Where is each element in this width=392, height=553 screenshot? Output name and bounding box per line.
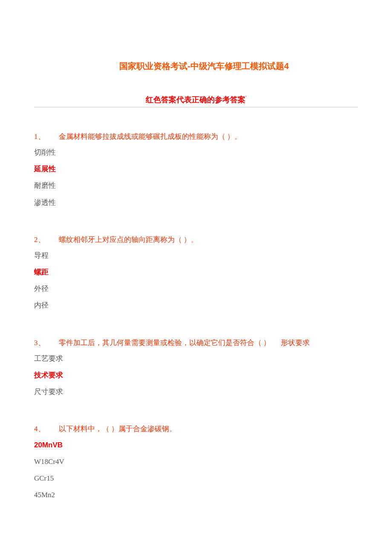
question-text: 3、零件加工后，其几何量需要测量或检验，以确定它们是否符合（ ）形状要求: [34, 337, 358, 349]
option: 耐磨性: [34, 180, 358, 191]
question-block: 3、零件加工后，其几何量需要测量或检验，以确定它们是否符合（ ）形状要求 工艺要…: [34, 337, 358, 398]
option: 导程: [34, 250, 358, 261]
subtitle: 红色答案代表正确的参考答案: [146, 95, 245, 104]
option: W18Cr4V: [34, 456, 358, 467]
question-body: 零件加工后，其几何量需要测量或检验，以确定它们是否符合（ ）: [59, 339, 271, 347]
option: 工艺要求: [34, 353, 358, 364]
question-text: 2、螺纹相邻牙上对应点的轴向距离称为（ ）。: [34, 234, 358, 245]
question-number: 4、: [34, 423, 45, 435]
option-correct: 技术要求: [34, 369, 358, 381]
option: 内径: [34, 300, 358, 311]
option-correct: 螺距: [34, 266, 358, 278]
question-block: 2、螺纹相邻牙上对应点的轴向距离称为（ ）。 导程 螺距 外径 内径: [34, 234, 358, 311]
option: 45Mn2: [34, 489, 358, 501]
option: 切削性: [34, 147, 358, 158]
apostrophe-mark: ': [245, 95, 246, 101]
option: 尺寸要求: [34, 386, 358, 397]
question-body: 以下材料中，（ ）属于合金渗碳钢。: [59, 425, 176, 433]
question-body: 金属材料能够拉拔成线或能够碾扎成板的性能称为（ ）。: [59, 132, 242, 141]
question-block: 4、以下材料中，（ ）属于合金渗碳钢。 20MnVB W18Cr4V GCr15…: [34, 423, 358, 501]
question-trail: 形状要求: [281, 337, 310, 349]
question-number: 2、: [34, 234, 45, 245]
option: 外径: [34, 283, 358, 294]
question-text: 1、金属材料能够拉拔成线或能够碾扎成板的性能称为（ ）。: [34, 131, 358, 142]
question-number: 1、: [34, 131, 45, 142]
option-correct: 延展性: [34, 163, 358, 175]
document-title: 国家职业资格考试-中级汽车修理工模拟试题4: [119, 60, 307, 72]
question-number: 3、: [34, 337, 45, 349]
question-body: 螺纹相邻牙上对应点的轴向距离称为（ ）。: [59, 236, 198, 244]
question-block: 1、金属材料能够拉拔成线或能够碾扎成板的性能称为（ ）。 切削性 延展性 耐磨性…: [34, 131, 358, 208]
title-block: 国家职业资格考试-中级汽车修理工模拟试题4: [119, 60, 307, 72]
option: GCr15: [34, 472, 358, 484]
option-correct: 20MnVB: [34, 439, 358, 451]
question-text: 4、以下材料中，（ ）属于合金渗碳钢。: [34, 423, 358, 435]
option: 渗透性: [34, 197, 358, 208]
subtitle-wrapper: 红色答案代表正确的参考答案': [34, 94, 358, 107]
